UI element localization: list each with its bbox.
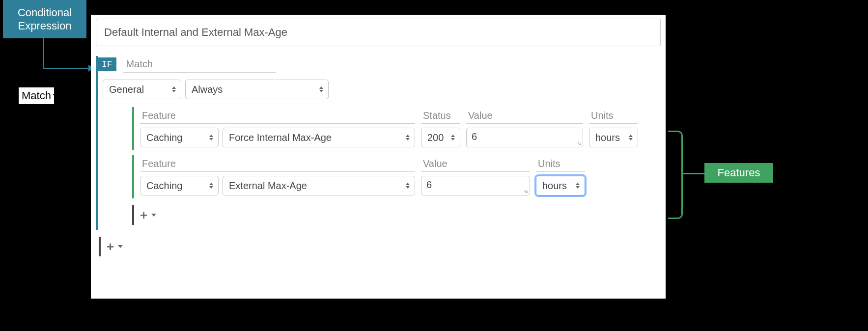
plus-icon: + [107,240,114,253]
feature-units-select[interactable]: hours [589,128,638,147]
feature-block: Feature Status Value Units Caching Force… [132,107,663,150]
feature-category-value: Caching [146,132,182,143]
chevron-updown-icon [629,134,634,141]
feature-units-value: hours [595,132,620,143]
connector-vertical [43,38,44,69]
connector-match [53,94,89,95]
chevron-updown-icon [209,134,214,141]
annotation-features-text: Features [718,166,760,180]
header-feature: Feature [140,156,415,172]
resize-handle-icon [577,141,582,146]
chevron-down-icon [151,214,156,217]
chevron-updown-icon [209,182,214,189]
feature-value-text: 6 [426,179,432,191]
if-badge: IF [98,57,116,71]
feature-name-value: Force Internal Max-Age [229,132,332,143]
annotation-match: Match [19,87,54,104]
feature-units-select[interactable]: hours [536,176,585,195]
if-block: General Always Feature Status Value Unit… [96,73,663,230]
features-bracket-arm [683,173,704,174]
add-condition-button[interactable]: + [99,237,663,256]
feature-status-value: 200 [427,132,444,143]
feature-value-input[interactable]: 6 [466,128,583,147]
match-category-value: General [109,84,144,95]
chevron-updown-icon [319,86,324,93]
chevron-updown-icon [172,86,177,93]
match-condition-value: Always [192,84,223,95]
header-value: Value [466,108,583,124]
if-match-label: Match [126,58,153,70]
chevron-updown-icon [576,182,581,189]
feature-units-value: hours [542,180,567,192]
feature-row: Caching Force Internal Max-Age 200 6 [140,128,663,147]
if-label-bar: Match [123,56,276,73]
rule-title-text: Default Internal and External Max-Age [104,26,287,38]
connector-horizontal [43,68,89,69]
feature-status-select[interactable]: 200 [421,128,460,147]
header-value: Value [421,156,530,172]
rule-body: IF Match General Always Feature [94,56,663,256]
match-category-select[interactable]: General [103,80,181,99]
chevron-updown-icon [406,134,411,141]
chevron-updown-icon [451,134,456,141]
plus-icon: + [140,209,147,221]
feature-value-text: 6 [472,131,477,142]
annotation-match-text: Match [22,89,51,102]
header-units: Units [536,156,585,172]
feature-name-select[interactable]: Force Internal Max-Age [223,128,415,147]
header-units: Units [589,108,638,124]
header-feature: Feature [140,108,415,124]
annotation-features: Features [704,163,773,183]
match-condition-select[interactable]: Always [185,80,329,99]
chevron-down-icon [118,245,123,248]
features-bracket [668,131,683,219]
feature-category-value: Caching [146,180,182,192]
feature-name-value: External Max-Age [229,180,307,192]
match-row: General Always [103,77,663,102]
feature-value-input[interactable]: 6 [421,176,530,195]
feature-headers: Feature Status Value Units [140,108,663,124]
rule-title-input[interactable]: Default Internal and External Max-Age [96,19,661,46]
annotation-conditional-expression-text: Conditional Expression [3,6,86,33]
add-feature-button[interactable]: + [132,205,663,225]
feature-name-select[interactable]: External Max-Age [223,176,415,195]
rule-editor-panel: Default Internal and External Max-Age IF… [91,15,666,299]
chevron-updown-icon [406,182,411,189]
feature-headers: Feature Value Units [140,156,663,172]
if-header: IF Match [96,56,663,73]
feature-category-select[interactable]: Caching [140,176,219,195]
feature-category-select[interactable]: Caching [140,128,219,147]
header-status: Status [421,108,460,124]
annotation-conditional-expression: Conditional Expression [3,0,86,38]
feature-row: Caching External Max-Age 6 hours [140,176,663,195]
feature-block: Feature Value Units Caching External Max… [132,155,663,198]
resize-handle-icon [524,189,529,194]
